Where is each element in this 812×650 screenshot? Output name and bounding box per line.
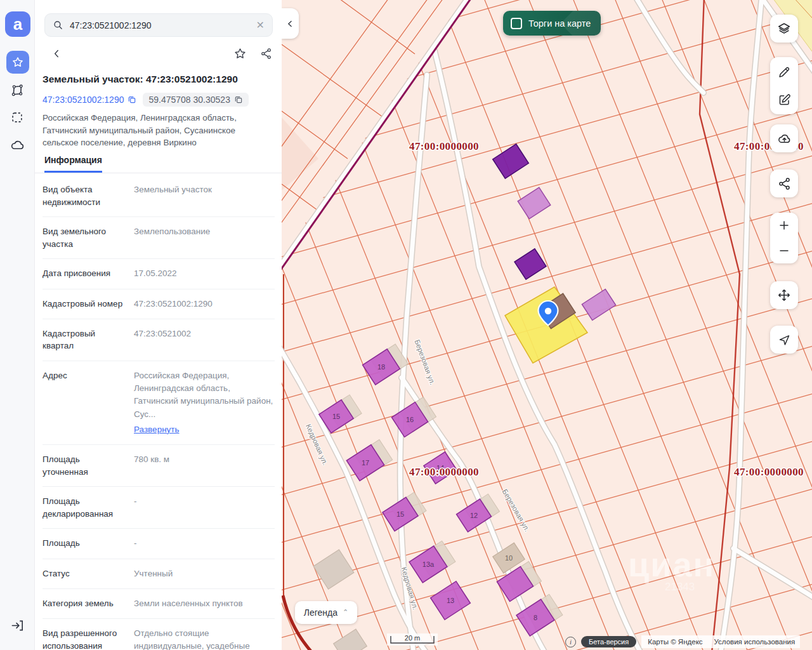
upload-button[interactable] — [770, 124, 798, 152]
building-number: 10 — [505, 554, 513, 562]
building-number: 8 — [534, 614, 537, 621]
info-row-value: Земельный участок — [134, 183, 275, 208]
info-row-value: - — [134, 537, 275, 550]
cloud-tool[interactable] — [9, 136, 25, 153]
pan-mode-button[interactable] — [770, 281, 798, 309]
share-object-button[interactable] — [260, 48, 272, 62]
info-row: Площадь уточненная780 кв. м — [43, 445, 275, 487]
pencil-icon — [778, 65, 791, 79]
legend-label: Легенда — [304, 607, 337, 618]
info-row-value: 47:23:0521002 — [134, 328, 275, 352]
info-row-value: Отдельно стоящие индивидуальные, усадебн… — [134, 627, 275, 650]
favorite-object-button[interactable] — [233, 47, 247, 63]
chevron-up-icon: ⌃ — [343, 608, 348, 616]
quarter-label: 47:00:0000000 — [409, 140, 479, 152]
polygon-select-tool[interactable] — [9, 82, 25, 98]
info-row-value: - — [134, 495, 275, 520]
info-row: Площадь- — [43, 529, 275, 559]
tab-divider — [35, 173, 282, 173]
search-icon — [53, 20, 63, 30]
info-row-value: 17.05.2022 — [134, 267, 275, 280]
building-number: 13 — [447, 597, 454, 604]
info-row-label: Кадастровый номер — [43, 298, 125, 310]
info-row-value: 47:23:0521002:1290 — [134, 298, 275, 310]
info-row-label: Кадастровый квартал — [43, 328, 125, 352]
info-row: СтатусУчтенный — [43, 559, 275, 589]
edit-square-icon — [778, 93, 791, 107]
edit-object-button[interactable] — [770, 86, 798, 114]
yandex-attribution[interactable]: Карты © Яндекс — [648, 638, 702, 646]
app-logo-icon[interactable]: a — [5, 11, 30, 37]
building-number: 13а — [422, 560, 435, 568]
coordinates-chip[interactable]: 59.475708 30.30523 — [143, 93, 248, 107]
left-rail: a — [0, 0, 35, 650]
map-canvas[interactable]: 1815161714151213а10138 циан 21343 47:00:… — [282, 0, 812, 650]
area-select-tool[interactable] — [9, 109, 25, 126]
tab-bar: Информация — [35, 154, 282, 173]
favorites-button[interactable] — [6, 51, 29, 74]
info-row-label: Дата присвоения — [43, 267, 125, 280]
share-icon — [778, 177, 791, 190]
navigate-arrow-icon — [778, 333, 791, 347]
info-row-label: Вид земельного участка — [43, 225, 125, 250]
coordinates-text: 59.475708 30.30523 — [148, 95, 230, 105]
collapse-panel-button[interactable] — [282, 8, 299, 39]
info-row-value: Землепользование — [134, 225, 275, 250]
panel-header — [43, 47, 275, 65]
dashed-square-icon — [10, 110, 24, 124]
trades-checkbox[interactable] — [511, 18, 522, 29]
scale-label: 20 m — [387, 634, 438, 642]
copy-icon[interactable] — [234, 95, 243, 104]
app-root: a ✕ — [0, 0, 812, 650]
info-row-label: Площадь декларированная — [43, 495, 125, 520]
detail-panel: ✕ Земельный участок: 47:23:0521002:1290 … — [35, 0, 282, 650]
zoom-controls[interactable] — [770, 213, 798, 263]
legend-button[interactable]: Легенда ⌃ — [295, 601, 357, 624]
polygon-tool-icon — [10, 83, 25, 98]
beta-badge: Бета-версия — [581, 636, 636, 647]
building-number: 16 — [406, 416, 414, 423]
quarter-label: 47:00:0000000 — [409, 466, 479, 478]
info-row-value: Учтенный — [134, 567, 275, 580]
copy-icon[interactable] — [128, 95, 136, 104]
zoom-in-button[interactable] — [770, 213, 798, 238]
info-row-label: Площадь — [43, 537, 125, 550]
trades-on-map-button[interactable]: Торги на карте — [503, 11, 601, 36]
cadastral-number-chip[interactable]: 47:23:0521002:1290 — [43, 95, 136, 105]
share-icon — [260, 48, 272, 60]
my-location-button[interactable] — [770, 326, 798, 354]
search-input[interactable] — [70, 20, 250, 30]
chips-row: 47:23:0521002:1290 59.475708 30.30523 — [43, 93, 249, 107]
login-icon — [10, 618, 25, 633]
info-row: Вид разрешенного использованияОтдельно с… — [43, 619, 275, 650]
info-icon[interactable]: i — [565, 637, 576, 647]
minus-icon — [778, 245, 790, 256]
plus-icon — [778, 220, 790, 231]
info-row-value: Земли населенных пунктов — [134, 597, 275, 610]
svg-text:21343: 21343 — [665, 581, 695, 593]
info-rows: Вид объекта недвижимостиЗемельный участо… — [43, 175, 275, 650]
search-bar[interactable]: ✕ — [44, 13, 273, 37]
info-row: Категория земельЗемли населенных пунктов — [43, 589, 275, 619]
ruler-button[interactable] — [770, 58, 798, 86]
info-row-value: Российская Федерация, Ленинградская обла… — [134, 369, 275, 436]
quarter-label: 47:00:0000000 — [734, 466, 804, 478]
share-map-button[interactable] — [770, 169, 798, 197]
clear-search-icon[interactable]: ✕ — [256, 20, 265, 30]
layers-button[interactable] — [770, 15, 798, 43]
back-button[interactable] — [51, 48, 62, 62]
scale-bar: 20 m — [387, 633, 438, 646]
info-row: Вид земельного участкаЗемлепользование — [43, 217, 275, 259]
zoom-out-button[interactable] — [770, 238, 798, 263]
star-outline-icon — [233, 47, 247, 60]
tab-information[interactable]: Информация — [44, 155, 102, 173]
login-button[interactable] — [9, 617, 25, 633]
building-number: 15 — [396, 510, 404, 518]
cadastral-map[interactable]: 1815161714151213а10138 циан 21343 47:00:… — [282, 0, 812, 650]
terms-link[interactable]: Условия использования — [714, 638, 796, 646]
expand-address-link[interactable]: Развернуть — [134, 423, 180, 436]
info-row: Кадастровый квартал47:23:0521002 — [43, 319, 275, 361]
info-row-value: 780 кв. м — [134, 453, 275, 478]
building-number: 17 — [362, 459, 369, 467]
draw-edit-buttons[interactable] — [770, 57, 798, 114]
